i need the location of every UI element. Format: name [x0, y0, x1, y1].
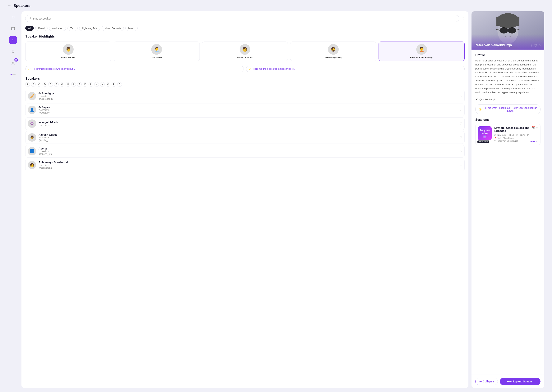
session-thumb-line1: Cypherpunk &: [479, 129, 490, 133]
intermediate-tag: Intermediate: [478, 140, 489, 143]
alpha-char-O[interactable]: O: [106, 82, 110, 87]
sidebar-icon-person[interactable]: 30: [9, 59, 17, 67]
alpha-char-L[interactable]: L: [88, 82, 93, 87]
highlight-card-peter-van-valkenburgh[interactable]: 🧑‍🦱Peter Van Valkenburgh: [378, 42, 465, 61]
speaker-favorite-button[interactable]: ♡: [459, 122, 462, 126]
expand-icon: ⇤⇥: [507, 380, 512, 383]
highlight-card-bruno-macaes[interactable]: 👨Bruno Macaes: [25, 42, 111, 61]
alpha-char-H[interactable]: H: [65, 82, 70, 87]
ai-btn-label: Recommend speakers who know about...: [33, 68, 75, 70]
speaker-info: Abhimanyu Shekhawat 1 sessions @sokkkkaa…: [38, 161, 457, 169]
filter-tab-all[interactable]: All: [25, 26, 34, 31]
ai-recommend-button[interactable]: ✨Recommend speakers who know about...: [25, 66, 244, 72]
alpha-char-F[interactable]: F: [54, 82, 59, 87]
filter-tab-panel[interactable]: Panel: [35, 26, 47, 31]
alpha-char-J[interactable]: J: [77, 82, 82, 87]
ai-btn-icon: ✨: [249, 68, 252, 70]
speaker-avatar: 🧑: [28, 161, 36, 169]
speaker-handle: @0xrajeev: [38, 112, 457, 114]
speaker-favorite-button[interactable]: ♡: [459, 136, 462, 139]
speaker-info: 0xRajeev 2 sessions @0xrajeev: [38, 106, 457, 114]
speaker-row[interactable]: 🧑 Abhimanyu Shekhawat 1 sessions @sokkkk…: [25, 159, 465, 171]
right-content: Profile Peter is Director of Research at…: [472, 49, 544, 375]
collapse-label: Collapse: [483, 380, 494, 383]
speaker-handle: @sokkkkaaa: [38, 167, 457, 169]
profile-bio: Peter is Director of Research at Coin Ce…: [475, 59, 540, 95]
hero-heart-button[interactable]: ♡: [534, 44, 537, 47]
filter-tab-music[interactable]: Music: [125, 26, 138, 31]
ai-btn-icon: ✨: [28, 68, 31, 70]
speaker-row[interactable]: 👾 aavegotch1.eth 1 sessions ♡: [25, 117, 465, 130]
search-bar: ♡: [25, 15, 465, 22]
speaker-row[interactable]: 🥖 0xBreadguy 1 sessions @0xbreadguy ♡: [25, 90, 465, 102]
highlight-avatar: 🧑: [240, 44, 250, 55]
alpha-char-I[interactable]: I: [71, 82, 76, 87]
clock-icon: 🕐: [494, 133, 497, 136]
speaker-name: aavegotch1.eth: [38, 121, 457, 124]
expand-speaker-button[interactable]: ⇤⇥ Expand Speaker: [500, 378, 540, 385]
alpha-char-E[interactable]: E: [48, 82, 53, 87]
alpha-char-D[interactable]: D: [43, 82, 47, 87]
speaker-row[interactable]: 👨 Aayush Gupta 4 sessions @yush_g ♡: [25, 131, 465, 144]
svg-rect-13: [496, 17, 519, 26]
speaker-row[interactable]: 🟦 Abena 1 sessions @abena_eth ♡: [25, 145, 465, 158]
alpha-char-P[interactable]: P: [112, 82, 116, 87]
speaker-row[interactable]: 👤 0xRajeev 2 sessions @0xrajeev ♡: [25, 104, 465, 116]
session-thumbnail: Cypherpunk & Privacy 💎: [478, 126, 492, 140]
alpha-char-Q[interactable]: Q: [117, 82, 122, 87]
hero-speaker-name: Peter Van Valkenburgh: [475, 43, 512, 47]
alpha-char-C[interactable]: C: [37, 82, 41, 87]
session-actions: 📅 ☆: [531, 126, 538, 129]
alpha-char-N[interactable]: N: [100, 82, 105, 87]
ai-ask-button[interactable]: ✨ Tell me what I should ask Peter Van Va…: [475, 104, 540, 114]
share-button[interactable]: ⬆: [530, 44, 532, 47]
ai-ask-icon: ✨: [479, 108, 482, 111]
highlight-name: Bruno Macaes: [61, 56, 75, 59]
sidebar-icon-mic[interactable]: [9, 36, 17, 44]
filter-tab-talk[interactable]: Talk: [67, 26, 78, 31]
alpha-char-G[interactable]: G: [60, 82, 64, 87]
alpha-char-K[interactable]: K: [83, 82, 87, 87]
back-button[interactable]: ←: [8, 4, 11, 8]
speaker-avatar: 👤: [28, 106, 36, 114]
speaker-info: Abena 1 sessions @abena_eth: [38, 147, 457, 155]
svg-point-14: [500, 27, 508, 34]
alpha-char-A[interactable]: A: [25, 82, 30, 87]
speaker-favorite-button[interactable]: ♡: [459, 108, 462, 112]
search-icon: [29, 17, 31, 20]
mic-icon: 🎙: [494, 140, 496, 142]
speaker-avatar: 🥖: [28, 92, 36, 100]
filter-tab-workshop[interactable]: Workshop: [49, 26, 66, 31]
search-input[interactable]: [33, 17, 456, 20]
page-title: Speakers: [14, 3, 30, 8]
speaker-sessions: 1 sessions: [38, 164, 457, 167]
svg-line-9: [30, 19, 31, 20]
sidebar-icon-location[interactable]: [9, 48, 17, 55]
dot-3: [14, 74, 15, 75]
filter-tab-lightning-talk[interactable]: Lightning Talk: [79, 26, 100, 31]
highlight-name: Hart Montgomery: [325, 56, 342, 59]
hero-x-button[interactable]: ✕: [539, 44, 541, 47]
highlight-card-ankit-chiplunkar[interactable]: 🧑Ankit Chiplunkar: [202, 42, 288, 61]
hero-actions: ⬆ ♡ ✕: [530, 44, 541, 47]
ai-recommend-button[interactable]: ✨Help me find a speaker that is similar …: [246, 66, 465, 72]
svg-rect-0: [12, 27, 15, 30]
alpha-char-M[interactable]: M: [94, 82, 99, 87]
svg-point-15: [508, 27, 516, 34]
session-calendar-button[interactable]: 📅: [531, 126, 535, 129]
speaker-favorite-button[interactable]: ♡: [459, 163, 462, 167]
filter-tabs: AllPanelWorkshopTalkLightning TalkMixed …: [25, 26, 465, 31]
favorites-button[interactable]: ♡: [462, 16, 465, 21]
search-input-wrap[interactable]: [25, 15, 459, 22]
session-star-button[interactable]: ☆: [536, 126, 538, 129]
speaker-handle: @0xbreadguy: [38, 98, 457, 100]
speaker-favorite-button[interactable]: ♡: [459, 94, 462, 98]
collapse-button[interactable]: ⇥ Collapse: [475, 378, 498, 385]
filter-tab-mixed-formats[interactable]: Mixed Formats: [102, 26, 124, 31]
highlight-card-tim-beiko[interactable]: 👨‍💼Tim Beiko: [114, 42, 200, 61]
highlight-card-hart-montgomery[interactable]: 🧔Hart Montgomery: [290, 42, 376, 61]
speaker-favorite-button[interactable]: ♡: [459, 149, 462, 153]
alpha-char-B[interactable]: B: [31, 82, 36, 87]
sidebar-icon-grid[interactable]: ⊞: [9, 13, 17, 21]
sidebar-icon-calendar[interactable]: [9, 25, 17, 32]
